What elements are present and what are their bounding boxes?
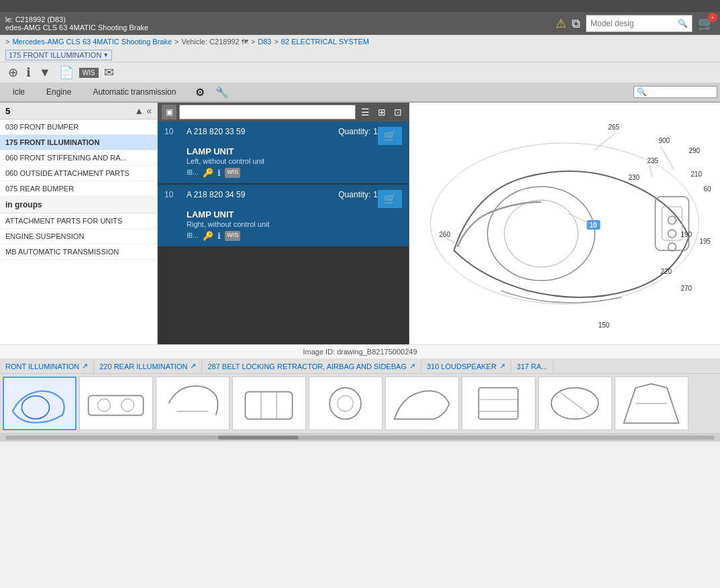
part-wis-badge-1[interactable]: WIS: [225, 231, 240, 241]
part-item-0[interactable]: 10 A 218 820 33 59 Quantity: 1 🛒 LAMP UN…: [158, 121, 409, 183]
thumb-label-1[interactable]: 220 REAR ILLUMINATION ↗: [94, 359, 202, 373]
sidebar-item-outside-attachment[interactable]: 060 OUTSIDE ATTACHMENT PARTS: [0, 166, 157, 181]
svg-rect-14: [89, 395, 144, 415]
label-210: 210: [691, 170, 703, 178]
part-item-1[interactable]: 10 A 218 820 34 59 Quantity: 1 🛒 LAMP UN…: [158, 185, 409, 246]
svg-point-5: [668, 216, 676, 224]
part-info-btn-0[interactable]: ℹ: [217, 168, 221, 178]
parts-expand-icon[interactable]: ⊞: [375, 105, 389, 119]
thumb-label-2[interactable]: 287 BELT LOCKING RETRACTOR, AIRBAG AND S…: [202, 359, 421, 373]
tab-engine[interactable]: Engine: [36, 83, 81, 101]
header: le: C218992 (D83) edes-AMG CLS 63 4MATIC…: [0, 12, 720, 35]
part-info-btn-1[interactable]: ℹ: [217, 231, 221, 241]
label-195: 195: [700, 238, 711, 245]
add-to-cart-btn-0[interactable]: 🛒: [378, 127, 402, 145]
breadcrumb-second-row: 175 FRONT ILLUMINATION ▼: [0, 48, 720, 62]
thumb-img-4[interactable]: [309, 377, 382, 430]
svg-point-7: [668, 243, 676, 251]
thumb-img-1[interactable]: [79, 377, 153, 430]
breadcrumb-link-electrical[interactable]: 82 ELECTRICAL SYSTEM: [281, 38, 369, 46]
part-item-row1-0: 10 A 218 820 33 59 Quantity: 1 🛒: [164, 127, 402, 145]
thumb-img-3[interactable]: [232, 377, 306, 430]
label-270: 270: [681, 285, 692, 292]
thumb-label-3[interactable]: 310 LOUDSPEAKER ↗: [421, 359, 511, 373]
sidebar-header-icons: ▲ «: [134, 105, 152, 116]
scrollbar-thumb[interactable]: [218, 436, 299, 440]
parts-search-input[interactable]: [179, 105, 356, 119]
part-desc-1: Right, without control unit: [187, 220, 402, 228]
thumb-label-icon-3: ↗: [499, 362, 505, 371]
sidebar-item-attachment-parts[interactable]: ATTACHMENT PARTS FOR UNITS: [0, 213, 157, 229]
sidebar-item-mb-transmission[interactable]: MB AUTOMATIC TRANSMISSION: [0, 244, 157, 260]
label-265: 265: [609, 124, 620, 131]
settings-icon[interactable]: ⚙: [193, 83, 207, 101]
parts-list-icon[interactable]: ☰: [358, 105, 372, 119]
tab-search-box[interactable]: 🔍: [633, 86, 717, 98]
thumb-img-7[interactable]: [538, 377, 612, 430]
filter-button[interactable]: ▼: [36, 64, 54, 81]
zoom-in-button[interactable]: ⊕: [5, 64, 21, 81]
part-key-btn-1[interactable]: 🔑: [203, 231, 213, 241]
current-section-dropdown[interactable]: 175 FRONT ILLUMINATION ▼: [5, 50, 112, 60]
breadcrumb: > Mercedes-AMG CLS 63 4MATIC Shooting Br…: [0, 35, 720, 48]
tools-icon[interactable]: 🔧: [213, 83, 232, 101]
prev-icon[interactable]: «: [146, 105, 152, 116]
diagram-svg: 265 900 290 235 210 230 60 10 260 190 19…: [409, 103, 720, 344]
header-actions: ⚠ ⧉ 🔍 🛒 +: [556, 15, 715, 32]
image-id-bar: Image ID: drawing_B82175000249: [0, 344, 720, 359]
sidebar-item-engine-suspension[interactable]: ENGINE SUSPENSION: [0, 229, 157, 244]
header-info: le: C218992 (D83) edes-AMG CLS 63 4MATIC…: [5, 15, 148, 32]
wis-button[interactable]: WIS: [79, 68, 99, 78]
thumb-label-4[interactable]: 317 RA...: [511, 359, 554, 373]
bottom-scrollbar[interactable]: [0, 434, 720, 442]
svg-point-0: [431, 143, 699, 304]
sidebar-item-rear-bumper[interactable]: 075 REAR BUMPER: [0, 181, 157, 197]
breadcrumb-separator-start: >: [5, 38, 9, 46]
thumb-img-0[interactable]: [3, 377, 76, 430]
model-search-box[interactable]: 🔍: [586, 15, 692, 32]
breadcrumb-link-vehicle[interactable]: Mercedes-AMG CLS 63 4MATIC Shooting Brak…: [12, 38, 172, 46]
breadcrumb-link-c218992[interactable]: Vehicle: C218992 🗺: [182, 38, 248, 46]
model-search-input[interactable]: [590, 19, 678, 28]
parts-toolbar: ▣ ☰ ⊞ ⊡: [158, 103, 409, 121]
tab-search-input[interactable]: [647, 88, 714, 96]
tab-transmission[interactable]: Automatic transmission: [83, 83, 186, 101]
sidebar-item-stiffening[interactable]: 060 FRONT STIFFENING AND RA...: [0, 150, 157, 166]
breadcrumb-link-d83[interactable]: D83: [258, 38, 271, 46]
part-item-row1-1: 10 A 218 820 34 59 Quantity: 1 🛒: [164, 190, 402, 208]
email-button[interactable]: ✉: [101, 64, 117, 81]
sidebar-item-front-illumination[interactable]: 175 FRONT ILLUMINATION: [0, 135, 157, 150]
svg-point-21: [330, 388, 362, 420]
sidebar-list: 030 FRONT BUMPER 175 FRONT ILLUMINATION …: [0, 119, 157, 344]
svg-point-15: [98, 399, 111, 411]
part-grid-icon-1: ⊞...: [187, 231, 199, 241]
warning-icon[interactable]: ⚠: [556, 16, 566, 31]
part-grid-icon-0: ⊞...: [187, 168, 199, 178]
info-button[interactable]: ℹ: [23, 64, 34, 81]
part-key-btn-0[interactable]: 🔑: [203, 168, 213, 178]
thumb-img-5[interactable]: [385, 377, 459, 430]
sep2: >: [251, 38, 255, 46]
thumb-img-8[interactable]: [615, 377, 688, 430]
parts-view-toggle[interactable]: ▣: [162, 105, 176, 119]
image-id-text: Image ID: drawing_B82175000249: [303, 348, 417, 356]
toggle-icon: ▣: [166, 107, 173, 117]
tab-search-icon: 🔍: [637, 87, 647, 97]
parts-collapse-icon[interactable]: ⊡: [391, 105, 405, 119]
thumb-label-0[interactable]: RONT ILLUMINATION ↗: [0, 359, 94, 373]
collapse-icon[interactable]: ▲: [134, 105, 144, 116]
sidebar-item-front-bumper[interactable]: 030 FRONT BUMPER: [0, 119, 157, 135]
thumb-label-icon-2: ↗: [409, 362, 415, 371]
parts-panel: ▣ ☰ ⊞ ⊡ 10 A 218 820 33 59 Quantity: 1 🛒: [158, 103, 409, 344]
file-id: le: C218992 (D83): [5, 15, 148, 23]
tab-vehicle[interactable]: icle: [3, 83, 35, 101]
thumb-label-icon-0: ↗: [82, 362, 88, 371]
copy-icon[interactable]: ⧉: [572, 17, 580, 31]
thumb-label-icon-1: ↗: [190, 362, 196, 371]
doc-button[interactable]: 📄: [56, 64, 76, 81]
thumb-img-2[interactable]: [156, 377, 229, 430]
add-to-cart-btn-1[interactable]: 🛒: [378, 190, 402, 208]
thumb-img-6[interactable]: [462, 377, 535, 430]
part-wis-badge-0[interactable]: WIS: [225, 168, 240, 178]
sidebar-num: 5: [5, 106, 10, 116]
